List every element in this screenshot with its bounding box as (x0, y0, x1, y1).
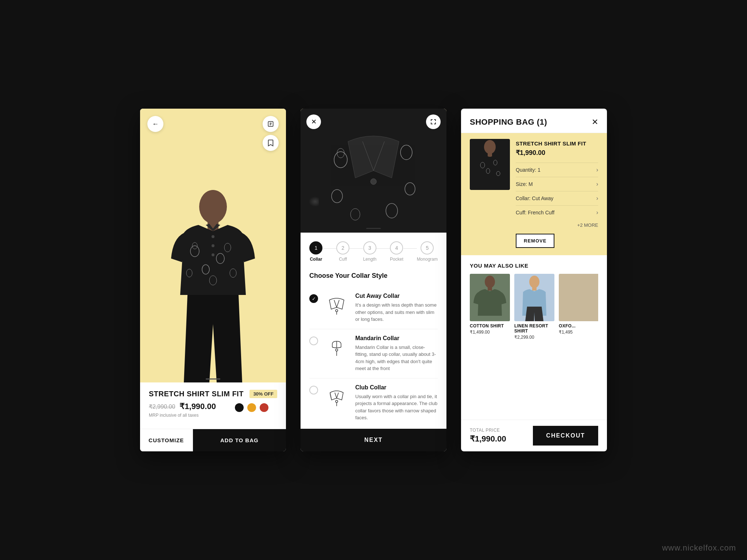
chevron-size: › (596, 181, 598, 187)
related-item-2[interactable]: LINEN RESORT SHIRT ₹2,299.00 (514, 274, 554, 340)
club-desc: Usually worn with a collar pin and tie, … (355, 393, 438, 421)
related-price-2: ₹2,299.00 (514, 335, 554, 340)
back-button[interactable]: ← (147, 116, 163, 132)
related-items: COTTON SHIRT ₹1,499.00 (470, 274, 598, 343)
svg-point-32 (336, 400, 338, 402)
customization-screen: ✕ 1 Collar 2 Cuff (301, 109, 446, 451)
product-image-area: ← (140, 109, 286, 382)
step-5-label: Monogram (417, 257, 438, 262)
collar-illustration-mandarin (324, 335, 349, 361)
svg-rect-42 (488, 287, 492, 291)
step-3[interactable]: 3 Length (363, 241, 376, 262)
add-to-bag-button[interactable]: ADD TO BAG (193, 429, 286, 451)
step-4[interactable]: 4 Pocket (390, 241, 403, 262)
product-info: STRETCH SHIRT SLIM FIT 30% OFF ₹2,990.00… (140, 382, 286, 429)
total-section: TOTAL PRICE ₹1,990.00 (470, 428, 506, 444)
svg-point-34 (484, 140, 496, 154)
close-button[interactable]: ✕ (306, 114, 321, 129)
model-illustration (162, 186, 264, 382)
related-name-1: COTTON SHIRT (470, 323, 510, 328)
step-2[interactable]: 2 Cuff (336, 241, 350, 262)
svg-rect-45 (532, 287, 537, 291)
spec-collar[interactable]: Collar: Cut Away › (516, 191, 598, 205)
radio-mandarin[interactable] (309, 337, 318, 345)
spec-size[interactable]: Size: M › (516, 177, 598, 191)
bag-item-details: STRETCH SHIRT SLIM FIT ₹1,990.00 Quantit… (516, 139, 598, 249)
bag-item-image (470, 139, 510, 190)
bag-title: SHOPPING BAG (1) (470, 117, 547, 127)
bag-item: STRETCH SHIRT SLIM FIT ₹1,990.00 Quantit… (461, 133, 607, 255)
color-swatches (235, 403, 268, 412)
radio-cutaway[interactable] (309, 294, 318, 303)
bag-header: SHOPPING BAG (1) ✕ (461, 109, 607, 133)
collar-option-club[interactable]: Club Collar Usually worn with a collar p… (309, 378, 438, 427)
next-button[interactable]: NEXT (301, 429, 446, 451)
current-price: ₹1,990.00 (179, 402, 216, 411)
related-image-3 (559, 274, 598, 321)
related-item-1[interactable]: COTTON SHIRT ₹1,499.00 (470, 274, 510, 340)
more-specs-link[interactable]: +2 MORE (516, 219, 598, 231)
related-name-2: LINEN RESORT SHIRT (514, 323, 554, 334)
step-indicator (366, 228, 381, 229)
collar-illustration-cutaway (324, 293, 349, 318)
you-may-like-title: YOU MAY ALSO LIKE (470, 262, 598, 269)
club-name: Club Collar (355, 384, 438, 391)
bag-item-name: STRETCH SHIRT SLIM FIT (516, 140, 598, 147)
shopping-bag-screen: SHOPPING BAG (1) ✕ (461, 109, 607, 451)
original-price: ₹2,990.00 (149, 403, 175, 410)
close-bag-button[interactable]: ✕ (592, 117, 598, 127)
step-3-circle: 3 (363, 241, 376, 254)
cutaway-option-text: Cut Away Collar It's a design with less … (355, 293, 438, 323)
related-image-1 (470, 274, 510, 321)
steps-wrapper: 1 Collar 2 Cuff 3 Length 4 Pocket (309, 241, 438, 262)
spec-quantity[interactable]: Quantity: 1 › (516, 163, 598, 177)
svg-point-41 (485, 276, 495, 288)
cutaway-desc: It's a design with less depth than some … (355, 302, 438, 323)
price-note: MRP inclusive of all taxes (149, 413, 277, 418)
related-price-3: ₹1,495 (559, 330, 598, 335)
total-label: TOTAL PRICE (470, 428, 506, 433)
svg-point-19 (371, 179, 376, 184)
checkout-button[interactable]: CHECKOUT (533, 426, 598, 446)
step-5-circle: 5 (421, 241, 434, 254)
step-1[interactable]: 1 Collar (309, 241, 323, 262)
customize-button[interactable]: CUSTOMIZE (140, 429, 193, 451)
bag-item-price: ₹1,990.00 (516, 149, 598, 157)
mandarin-option-text: Mandarin Collar Mandarin Collar is a sma… (355, 335, 438, 372)
product-actions: CUSTOMIZE ADD TO BAG (140, 429, 286, 451)
shirt-closeup (301, 109, 446, 233)
step-5[interactable]: 5 Monogram (417, 241, 438, 262)
product-title: STRETCH SHIRT SLIM FIT (149, 390, 246, 398)
svg-point-16 (212, 253, 214, 256)
collar-option-mandarin[interactable]: Mandarin Collar Mandarin Collar is a sma… (309, 329, 438, 378)
club-option-text: Club Collar Usually worn with a collar p… (355, 384, 438, 421)
color-swatch-black[interactable] (235, 403, 244, 412)
share-button[interactable] (263, 116, 279, 132)
expand-button[interactable] (426, 114, 441, 129)
collar-illustration-club (324, 384, 349, 410)
related-image-2 (514, 274, 554, 321)
remove-button[interactable]: REMOVE (516, 234, 554, 248)
mandarin-desc: Mandarin Collar is a small, close-fittin… (355, 344, 438, 372)
discount-badge: 30% OFF (249, 390, 277, 398)
related-price-1: ₹1,499.00 (470, 330, 510, 335)
spec-cuff[interactable]: Cuff: French Cuff › (516, 205, 598, 219)
cutaway-name: Cut Away Collar (355, 293, 438, 299)
color-swatch-gold[interactable] (247, 403, 256, 412)
radio-club[interactable] (309, 386, 318, 394)
svg-point-30 (336, 349, 338, 351)
svg-point-14 (212, 235, 214, 238)
bookmark-button[interactable] (263, 135, 279, 151)
step-4-circle: 4 (390, 241, 403, 254)
related-item-3[interactable]: OXFO... ₹1,495 (559, 274, 598, 340)
collar-closeup-svg (319, 123, 428, 233)
color-swatch-red[interactable] (260, 403, 268, 412)
collar-option-cutaway[interactable]: Cut Away Collar It's a design with less … (309, 287, 438, 329)
svg-point-4 (199, 190, 227, 223)
chevron-collar: › (596, 195, 598, 202)
svg-point-27 (336, 310, 338, 312)
customization-content: 1 Collar 2 Cuff 3 Length 4 Pocket (301, 233, 446, 429)
you-may-like-section: YOU MAY ALSO LIKE COT (461, 255, 607, 346)
step-2-label: Cuff (339, 257, 347, 262)
product-screen: ← (140, 109, 286, 451)
